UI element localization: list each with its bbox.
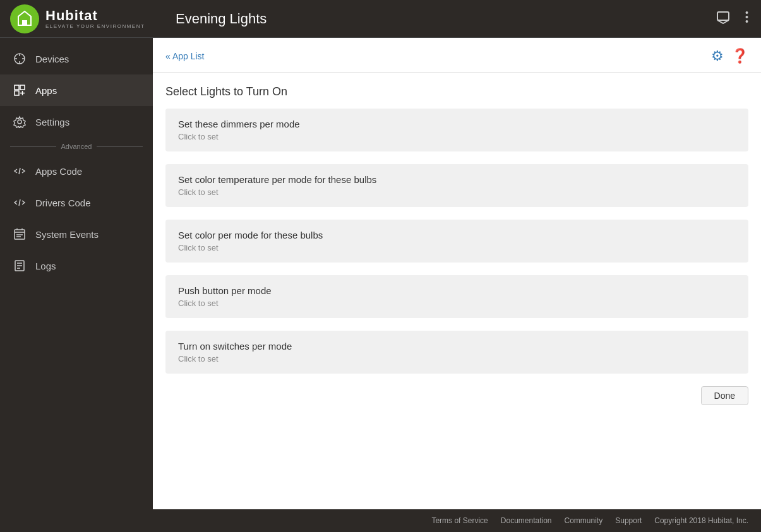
option-card-dimmers-subtitle: Click to set — [178, 132, 736, 141]
option-card-push-button[interactable]: Push button per mode Click to set — [165, 275, 748, 318]
footer-terms[interactable]: Terms of Service — [431, 516, 488, 525]
page-title-area: Evening Lights — [163, 11, 714, 27]
header-actions — [714, 8, 751, 30]
option-card-switches[interactable]: Turn on switches per mode Click to set — [165, 331, 748, 374]
done-area: Done — [153, 374, 761, 420]
back-link[interactable]: « App List — [165, 51, 205, 61]
more-options-button[interactable] — [743, 8, 751, 29]
footer-docs[interactable]: Documentation — [501, 516, 552, 525]
footer-community[interactable]: Community — [565, 516, 603, 525]
logo-text: Hubitat ELEVATE YOUR ENVIRONMENT — [45, 8, 145, 29]
option-card-push-button-title: Push button per mode — [178, 285, 736, 296]
help-icon[interactable]: ❓ — [731, 48, 748, 64]
page-title: Evening Lights — [176, 11, 267, 27]
sidebar-item-devices[interactable]: Devices — [0, 43, 153, 74]
done-button[interactable]: Done — [701, 386, 748, 405]
option-card-color[interactable]: Set color per mode for these bulbs Click… — [165, 220, 748, 263]
section-title: Select Lights to Turn On — [153, 73, 761, 109]
footer-support[interactable]: Support — [615, 516, 642, 525]
svg-point-15 — [18, 120, 21, 124]
option-card-dimmers-title: Set these dimmers per mode — [178, 119, 736, 129]
svg-point-3 — [746, 16, 748, 18]
content-panel: « App List ⚙ ❓ Select Lights to Turn On … — [153, 38, 761, 509]
option-card-color-subtitle: Click to set — [178, 243, 736, 252]
sidebar-item-devices-label: Devices — [35, 54, 69, 64]
svg-line-17 — [19, 199, 20, 206]
option-card-dimmers[interactable]: Set these dimmers per mode Click to set — [165, 109, 748, 151]
svg-rect-10 — [15, 85, 19, 90]
option-card-push-button-subtitle: Click to set — [178, 299, 736, 308]
apps-icon — [13, 83, 27, 97]
apps-code-icon — [13, 164, 27, 178]
sidebar-item-logs[interactable]: Logs — [0, 250, 153, 281]
advanced-divider: Advanced — [0, 138, 153, 155]
logo-name: Hubitat — [45, 8, 145, 23]
sidebar-item-logs-label: Logs — [35, 261, 56, 271]
svg-point-2 — [746, 11, 748, 14]
sidebar-item-system-events[interactable]: System Events — [0, 218, 153, 250]
sidebar-item-apps-code-label: Apps Code — [35, 166, 82, 177]
svg-rect-1 — [717, 12, 729, 20]
sidebar: Devices Apps Sett — [0, 38, 153, 509]
option-card-color-title: Set color per mode for these bulbs — [178, 230, 736, 240]
option-card-color-temp-subtitle: Click to set — [178, 187, 736, 197]
panel-header-icons: ⚙ ❓ — [711, 48, 748, 64]
settings-icon — [13, 115, 27, 129]
sidebar-item-apps[interactable]: Apps — [0, 74, 153, 106]
sidebar-item-drivers-code-label: Drivers Code — [35, 198, 91, 208]
svg-line-16 — [19, 168, 20, 174]
svg-rect-11 — [20, 85, 25, 90]
sidebar-item-apps-label: Apps — [35, 85, 57, 96]
sidebar-item-drivers-code[interactable]: Drivers Code — [0, 187, 153, 218]
chat-icon-button[interactable] — [714, 8, 733, 30]
panel-header: « App List ⚙ ❓ — [153, 38, 761, 73]
option-card-switches-title: Turn on switches per mode — [178, 341, 736, 352]
logo-icon — [10, 4, 39, 33]
option-card-color-temp-title: Set color temperature per mode for these… — [178, 174, 736, 185]
gear-icon[interactable]: ⚙ — [711, 48, 724, 64]
option-card-color-temp[interactable]: Set color temperature per mode for these… — [165, 164, 748, 207]
sidebar-item-system-events-label: System Events — [35, 229, 99, 240]
svg-rect-12 — [15, 91, 19, 95]
footer-copyright: Copyright 2018 Hubitat, Inc. — [654, 516, 748, 525]
footer: Terms of Service Documentation Community… — [0, 509, 761, 532]
svg-rect-0 — [22, 20, 27, 25]
option-card-switches-subtitle: Click to set — [178, 354, 736, 364]
sidebar-item-apps-code[interactable]: Apps Code — [0, 155, 153, 187]
content-area: « App List ⚙ ❓ Select Lights to Turn On … — [153, 38, 761, 509]
logs-icon — [13, 259, 27, 273]
drivers-code-icon — [13, 196, 27, 210]
sidebar-item-settings[interactable]: Settings — [0, 106, 153, 138]
system-events-icon — [13, 227, 27, 241]
logo-tagline: ELEVATE YOUR ENVIRONMENT — [45, 23, 145, 29]
svg-point-4 — [746, 20, 748, 23]
sidebar-item-settings-label: Settings — [35, 117, 69, 127]
option-cards: Set these dimmers per mode Click to set … — [153, 109, 761, 374]
logo-area: Hubitat ELEVATE YOUR ENVIRONMENT — [10, 4, 163, 33]
devices-icon — [13, 52, 27, 66]
